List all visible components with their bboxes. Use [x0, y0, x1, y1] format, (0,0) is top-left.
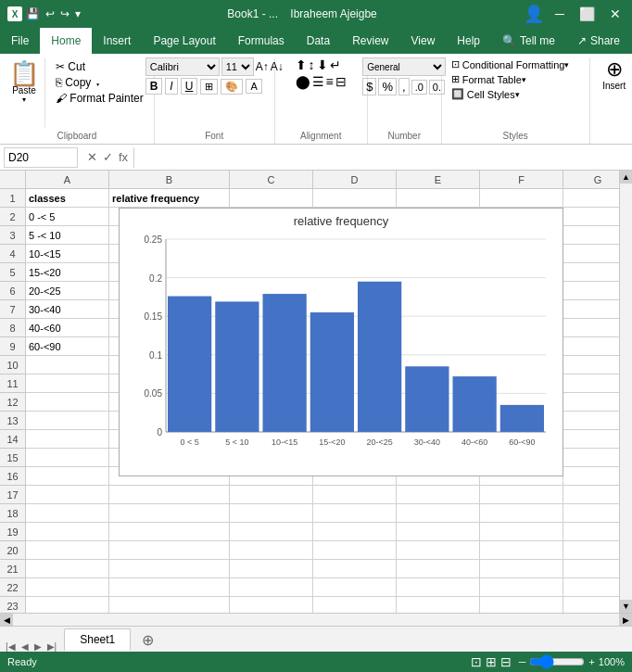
- font-color-btn[interactable]: A: [246, 79, 261, 94]
- tab-data[interactable]: Data: [296, 28, 341, 54]
- row-17-header[interactable]: 17: [0, 486, 26, 504]
- cell-f22[interactable]: [480, 578, 563, 597]
- last-sheet-btn[interactable]: ▶|: [45, 641, 59, 652]
- italic-button[interactable]: I: [165, 78, 177, 95]
- increase-font-btn[interactable]: A↑: [256, 60, 269, 73]
- row-11-header[interactable]: 11: [0, 374, 26, 393]
- cell-d20[interactable]: [313, 541, 397, 560]
- cell-a8[interactable]: 40-<60: [26, 319, 109, 337]
- page-break-view-btn[interactable]: ⊟: [500, 654, 512, 669]
- cell-g18[interactable]: [563, 504, 619, 523]
- cancel-formula-btn[interactable]: ✕: [85, 150, 99, 164]
- row-8-header[interactable]: 8: [0, 319, 26, 337]
- tab-insert[interactable]: Insert: [92, 28, 142, 54]
- restore-btn[interactable]: ⬜: [575, 6, 599, 21]
- cell-g15[interactable]: [563, 449, 619, 467]
- cell-g16[interactable]: [563, 467, 619, 486]
- cell-g3[interactable]: [563, 226, 619, 245]
- insert-cells-btn[interactable]: ⊕ Insert: [596, 57, 632, 93]
- cell-g2[interactable]: [563, 208, 619, 226]
- add-sheet-btn[interactable]: ⊕: [134, 629, 161, 652]
- cell-f19[interactable]: [480, 523, 563, 541]
- row-15-header[interactable]: 15: [0, 449, 26, 467]
- format-table-btn[interactable]: ⊞ Format Table ▾: [448, 72, 530, 86]
- cell-a3[interactable]: 5 -< 10: [26, 226, 109, 245]
- cell-a15[interactable]: [26, 449, 109, 467]
- align-left-btn[interactable]: ⬤: [296, 74, 310, 89]
- merge-btn[interactable]: ⊟: [335, 74, 347, 89]
- col-header-e[interactable]: E: [397, 171, 480, 189]
- cell-a10[interactable]: [26, 356, 109, 374]
- col-header-a[interactable]: A: [26, 171, 109, 189]
- row-6-header[interactable]: 6: [0, 282, 26, 300]
- row-4-header[interactable]: 4: [0, 245, 26, 263]
- cell-e23[interactable]: [397, 597, 480, 613]
- cell-g6[interactable]: [563, 282, 619, 300]
- row-7-header[interactable]: 7: [0, 300, 26, 319]
- cell-a5[interactable]: 15-<20: [26, 263, 109, 282]
- cell-g12[interactable]: [563, 393, 619, 412]
- row-9-header[interactable]: 9: [0, 337, 26, 356]
- cell-g19[interactable]: [563, 523, 619, 541]
- cell-a6[interactable]: 20-<25: [26, 282, 109, 300]
- cell-g13[interactable]: [563, 412, 619, 430]
- first-sheet-btn[interactable]: |◀: [4, 641, 18, 652]
- scroll-down-btn[interactable]: ▼: [620, 600, 632, 613]
- number-format-select[interactable]: General: [362, 57, 446, 76]
- zoom-in-btn[interactable]: +: [588, 656, 594, 667]
- paste-dropdown-icon[interactable]: ▾: [22, 95, 26, 104]
- cell-b22[interactable]: [109, 578, 230, 597]
- col-header-d[interactable]: D: [313, 171, 397, 189]
- cell-a9[interactable]: 60-<90: [26, 337, 109, 356]
- cell-a11[interactable]: [26, 374, 109, 393]
- cell-c19[interactable]: [230, 523, 313, 541]
- align-bottom-btn[interactable]: ⬇: [317, 57, 328, 72]
- row-18-header[interactable]: 18: [0, 504, 26, 523]
- cut-button[interactable]: ✂ Cut: [53, 59, 146, 74]
- cell-e17[interactable]: [397, 486, 480, 504]
- underline-button[interactable]: U: [181, 78, 198, 95]
- cell-g21[interactable]: [563, 560, 619, 578]
- redo-quick-btn[interactable]: ↪: [60, 7, 70, 20]
- cell-b19[interactable]: [109, 523, 230, 541]
- cell-a23[interactable]: [26, 597, 109, 613]
- cell-styles-dropdown-icon[interactable]: ▾: [515, 90, 520, 99]
- prev-sheet-btn[interactable]: ◀: [19, 641, 31, 652]
- cell-f17[interactable]: [480, 486, 563, 504]
- row-1-header[interactable]: 1: [0, 189, 26, 208]
- row-2-header[interactable]: 2: [0, 208, 26, 226]
- confirm-formula-btn[interactable]: ✓: [101, 150, 115, 164]
- align-right-btn[interactable]: ≡: [326, 74, 334, 89]
- cell-c17[interactable]: [230, 486, 313, 504]
- cell-a14[interactable]: [26, 430, 109, 449]
- cell-styles-btn[interactable]: 🔲 Cell Styles ▾: [448, 87, 524, 101]
- user-avatar[interactable]: 👤: [524, 4, 544, 24]
- cell-b20[interactable]: [109, 541, 230, 560]
- cell-a7[interactable]: 30-<40: [26, 300, 109, 319]
- wrap-text-btn[interactable]: ↵: [330, 57, 341, 72]
- formula-input[interactable]: [133, 147, 632, 168]
- col-header-b[interactable]: B: [109, 171, 230, 189]
- col-header-f[interactable]: F: [480, 171, 563, 189]
- row-23-header[interactable]: 23: [0, 597, 26, 613]
- cell-g10[interactable]: [563, 356, 619, 374]
- cell-c21[interactable]: [230, 560, 313, 578]
- format-table-dropdown-icon[interactable]: ▾: [522, 75, 526, 84]
- row-5-header[interactable]: 5: [0, 263, 26, 282]
- cell-a4[interactable]: 10-<15: [26, 245, 109, 263]
- cell-a1[interactable]: classes: [26, 189, 109, 208]
- normal-view-btn[interactable]: ⊡: [471, 654, 482, 669]
- cell-d23[interactable]: [313, 597, 397, 613]
- fill-color-btn[interactable]: 🎨: [221, 79, 243, 95]
- row-21-header[interactable]: 21: [0, 560, 26, 578]
- cell-f21[interactable]: [480, 560, 563, 578]
- chart-container[interactable]: relative frequency 00.050.10.150.20.250 …: [119, 208, 563, 476]
- cell-a2[interactable]: 0 -< 5: [26, 208, 109, 226]
- cell-a12[interactable]: [26, 393, 109, 412]
- tab-help[interactable]: Help: [446, 28, 491, 54]
- cell-g14[interactable]: [563, 430, 619, 449]
- col-header-c[interactable]: C: [230, 171, 313, 189]
- tab-home[interactable]: Home: [40, 28, 92, 54]
- percent-btn[interactable]: %: [378, 78, 397, 95]
- cell-c18[interactable]: [230, 504, 313, 523]
